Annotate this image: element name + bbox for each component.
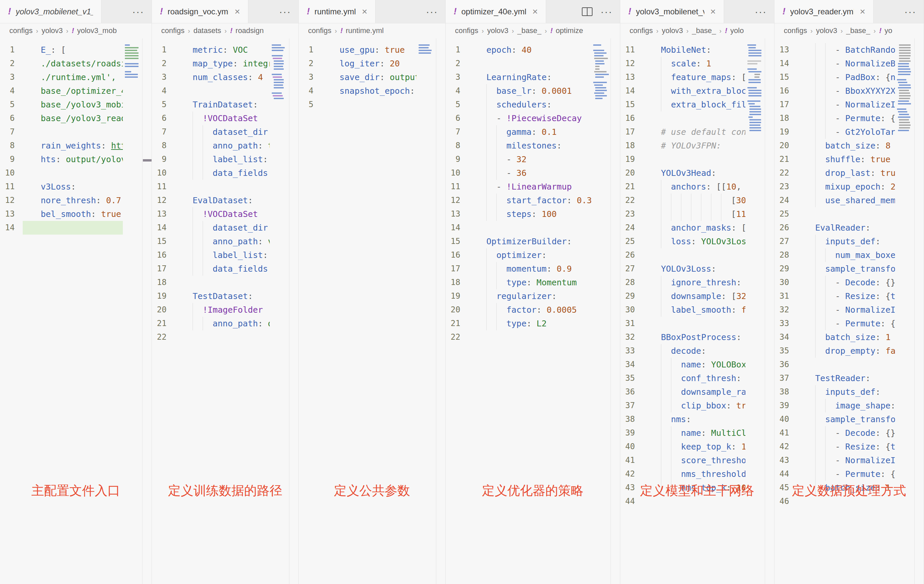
- minimap-bar: [595, 60, 604, 62]
- code-editor[interactable]: 1use_gpu: true2log_iter: 203save_dir: ou…: [299, 38, 446, 584]
- minimap-line: [897, 65, 914, 68]
- close-icon[interactable]: ×: [533, 7, 538, 17]
- breadcrumb-file[interactable]: roadsign: [236, 26, 264, 35]
- line-content: [175, 180, 270, 193]
- tab-runtime.yml[interactable]: !runtime.yml×: [299, 0, 376, 23]
- code-editor[interactable]: 11MobileNet:12scale: 113feature_maps: [4…: [620, 38, 774, 584]
- line-content: LearningRate:: [469, 71, 591, 84]
- line-content: anchor_masks: [: [643, 221, 746, 234]
- tab-roadsign_voc.yml[interactable]: !roadsign_voc.yml×: [152, 0, 248, 23]
- minimap[interactable]: [419, 44, 435, 57]
- close-icon[interactable]: ×: [860, 7, 865, 17]
- breadcrumb-item[interactable]: _base_: [692, 26, 716, 35]
- indent-guide: [661, 221, 671, 234]
- code-token: TestDataset: [193, 289, 248, 303]
- breadcrumb-item[interactable]: configs: [308, 26, 332, 35]
- breadcrumb-file[interactable]: yolov3_mob: [77, 26, 117, 35]
- minimap-bar: [747, 101, 761, 102]
- minimap[interactable]: [897, 44, 914, 134]
- scrollbar-track[interactable]: [289, 38, 299, 584]
- code-editor[interactable]: 1epoch: 4023LearningRate:4base_lr: 0.000…: [446, 38, 620, 584]
- more-actions-icon[interactable]: ···: [904, 7, 916, 16]
- scrollbar-slider[interactable]: [143, 159, 152, 162]
- code-token: output/yolov: [66, 152, 123, 166]
- breadcrumb-item[interactable]: datasets: [193, 26, 221, 35]
- line-number: 23: [620, 207, 643, 221]
- code-token: :: [248, 193, 253, 207]
- tab-yolov3_reader.yml[interactable]: !yolov3_reader.yml×: [774, 0, 874, 23]
- breadcrumb-separator-icon: ›: [512, 27, 514, 35]
- code-editor[interactable]: 1metric: VOC2map_type: integr3num_classe…: [152, 38, 299, 584]
- code-token: label_smooth: [671, 303, 731, 317]
- breadcrumb-file[interactable]: optimize: [556, 26, 583, 35]
- minimap-line: [897, 54, 914, 57]
- minimap-line: [593, 86, 610, 89]
- minimap-bar: [274, 87, 284, 88]
- code-token: tru: [736, 399, 746, 412]
- breadcrumb-item[interactable]: configs: [784, 26, 807, 35]
- split-editor-icon[interactable]: [582, 7, 592, 16]
- code-editor[interactable]: 13- BatchRandomR14- NormalizeBox15- PadB…: [774, 38, 924, 584]
- line-number: 1: [0, 43, 23, 57]
- line-number: 18: [774, 111, 797, 125]
- indent-guide: [815, 385, 825, 399]
- code-editor[interactable]: 1E_: [2./datasets/roadsi3./runtime.yml',…: [0, 38, 152, 584]
- breadcrumb-item[interactable]: configs: [9, 26, 33, 35]
- code-token: :: [101, 139, 111, 152]
- scrollbar-track[interactable]: [610, 38, 620, 584]
- line-number: 7: [446, 125, 469, 139]
- breadcrumb-item[interactable]: _base_: [846, 26, 870, 35]
- breadcrumb-item[interactable]: yolov3: [487, 26, 508, 35]
- breadcrumb-file[interactable]: yo: [884, 26, 892, 35]
- minimap-bar: [747, 45, 756, 46]
- breadcrumb-item[interactable]: yolov3: [41, 26, 63, 35]
- minimap[interactable]: [272, 44, 289, 102]
- breadcrumb-item[interactable]: configs: [455, 26, 478, 35]
- minimap[interactable]: [593, 44, 610, 102]
- breadcrumb-item[interactable]: _base_: [517, 26, 541, 35]
- tab-yolov3_mobilenet_v1_roa[interactable]: !yolov3_mobilenet_v1_roa: [0, 0, 101, 23]
- code-line: 2log_iter: 20: [299, 57, 417, 71]
- minimap-line: [897, 119, 914, 121]
- code-token: fa: [741, 303, 746, 317]
- breadcrumb-file[interactable]: runtime.yml: [346, 26, 384, 35]
- code-token: downsample_rat: [681, 385, 746, 399]
- minimap[interactable]: [747, 44, 764, 134]
- editor-group: !yolov3_reader.yml×···configs›yolov3›_ba…: [774, 0, 924, 584]
- close-icon[interactable]: ×: [235, 7, 240, 17]
- code-token: : [: [51, 43, 66, 57]
- indent-guide: [487, 111, 497, 125]
- code-token: :: [233, 57, 243, 71]
- code-token: 30: [736, 193, 746, 207]
- line-content: nore_thresh: 0.7: [23, 193, 123, 207]
- more-actions-icon[interactable]: ···: [601, 7, 612, 16]
- scrollbar-track[interactable]: [142, 38, 152, 584]
- minimap[interactable]: [125, 44, 142, 81]
- code-token: num_classes: [193, 71, 248, 84]
- breadcrumb-item[interactable]: configs: [161, 26, 185, 35]
- code-token: # YOLOv3FPN:: [661, 139, 721, 152]
- line-number: 41: [620, 454, 643, 467]
- indent-guide: [193, 166, 203, 180]
- more-actions-icon[interactable]: ···: [132, 7, 144, 16]
- code-token: -: [835, 125, 845, 139]
- code-line: 19- Gt2YoloTarge: [774, 125, 895, 139]
- more-actions-icon[interactable]: ···: [279, 7, 291, 16]
- breadcrumb-item[interactable]: yolov3: [662, 26, 683, 35]
- scrollbar-track[interactable]: [765, 38, 774, 584]
- scrollbar-track[interactable]: [914, 38, 924, 584]
- breadcrumb-separator-icon: ›: [66, 27, 68, 35]
- tab-optimizer_40e.yml[interactable]: !optimizer_40e.yml×: [446, 0, 546, 23]
- code-token: base_/optimizer_4: [41, 84, 123, 98]
- breadcrumb-file[interactable]: yolo: [730, 26, 744, 35]
- more-actions-icon[interactable]: ···: [755, 7, 767, 16]
- tab-yolov3_mobilenet_v1.yml[interactable]: !yolov3_mobilenet_v1.yml×: [620, 0, 724, 23]
- close-icon[interactable]: ×: [362, 7, 367, 17]
- breadcrumb-item[interactable]: configs: [630, 26, 653, 35]
- close-icon[interactable]: ×: [710, 7, 716, 17]
- code-token: YOLOv3Los: [701, 234, 746, 248]
- scrollbar-track[interactable]: [436, 38, 446, 584]
- code-token: :: [248, 289, 253, 303]
- more-actions-icon[interactable]: ···: [426, 7, 438, 16]
- breadcrumb-item[interactable]: yolov3: [816, 26, 837, 35]
